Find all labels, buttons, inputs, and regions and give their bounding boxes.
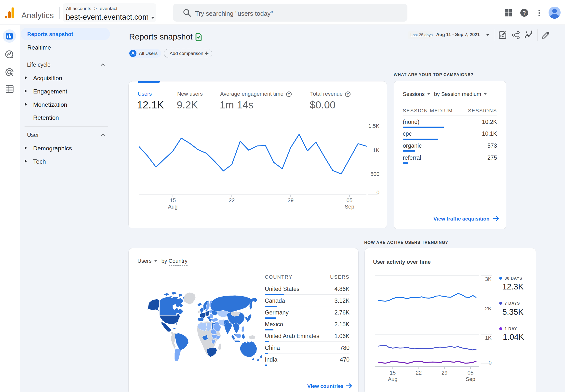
svg-text:1.5K: 1.5K (368, 123, 380, 129)
svg-text:500: 500 (370, 171, 379, 177)
svg-text:15: 15 (390, 370, 396, 376)
svg-text:Aug: Aug (168, 204, 177, 210)
svg-text:1K: 1K (373, 147, 379, 153)
svg-text:22: 22 (416, 370, 422, 376)
svg-text:15: 15 (170, 197, 176, 203)
svg-text:22: 22 (229, 197, 235, 203)
svg-text:29: 29 (442, 370, 448, 376)
svg-text:Sep: Sep (345, 204, 354, 210)
svg-text:Sep: Sep (466, 376, 475, 382)
svg-text:Aug: Aug (388, 376, 397, 382)
svg-text:05: 05 (468, 370, 473, 376)
svg-text:29: 29 (288, 197, 293, 203)
svg-text:3K: 3K (485, 276, 492, 282)
svg-text:0: 0 (377, 189, 379, 196)
svg-text:0: 0 (489, 360, 492, 366)
svg-text:05: 05 (347, 197, 352, 203)
